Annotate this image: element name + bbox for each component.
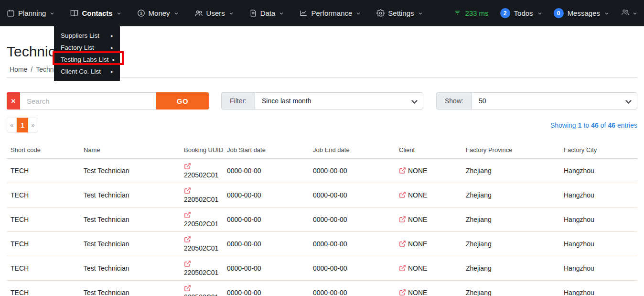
chevron-down-icon	[279, 11, 284, 16]
external-link-icon[interactable]	[184, 187, 217, 195]
cell-job-start-date: 0000-00-00	[223, 232, 309, 256]
menu-item-testing-labs-list[interactable]: Testing Labs List ▸	[54, 54, 120, 66]
latency-indicator: 233 ms	[454, 9, 488, 18]
todos-menu[interactable]: 2 Todos	[500, 8, 542, 18]
cell-factory-city: Hangzhou	[560, 232, 637, 256]
chart-icon	[300, 9, 308, 17]
cell-factory-province: Zhejiang	[462, 183, 560, 208]
pagination-page-1-button[interactable]: 1	[17, 118, 28, 132]
external-link-icon[interactable]	[399, 240, 406, 247]
menu-item-suppliers-list[interactable]: Suppliers List ▸	[54, 30, 120, 42]
cell-factory-city: Hangzhou	[560, 183, 637, 208]
nav-item-data[interactable]: Data	[249, 9, 284, 17]
booking-uuid-text: 220502C01	[184, 269, 219, 276]
nav-item-label: Users	[206, 9, 225, 17]
client-text: NONE	[408, 191, 427, 199]
cell-name: Test Technician	[80, 183, 180, 208]
external-link-icon[interactable]	[399, 191, 406, 198]
entries-text: Showing	[550, 121, 576, 129]
booking-uuid-text: 220502C01	[184, 196, 219, 203]
client-text: NONE	[408, 289, 427, 296]
breadcrumb-home-link[interactable]: Home	[10, 66, 27, 73]
messages-menu[interactable]: 0 Messages	[554, 8, 609, 18]
table-row: TECH Test Technician 220502C01 0000-00-0…	[7, 232, 637, 256]
nav-item-planning[interactable]: Planning	[7, 9, 54, 17]
nav-item-settings[interactable]: Settings	[376, 9, 422, 17]
pagination-next-button[interactable]: »	[28, 118, 38, 132]
pagination-prev-button[interactable]: «	[7, 118, 17, 132]
filter-select[interactable]: Since last month	[255, 92, 423, 110]
top-navbar: Planning Contacts $ Money	[0, 0, 644, 26]
table-row: TECH Test Technician 220502C01 0000-00-0…	[7, 256, 637, 281]
nav-item-performance[interactable]: Performance	[300, 9, 361, 17]
external-link-icon[interactable]	[399, 216, 406, 223]
nav-item-money[interactable]: $ Money	[137, 9, 179, 17]
calendar-icon	[7, 9, 15, 17]
gear-icon	[376, 9, 385, 17]
cell-short-code: TECH	[7, 256, 80, 281]
cell-job-start-date: 0000-00-00	[223, 183, 309, 208]
external-link-icon[interactable]	[184, 211, 217, 219]
external-link-icon[interactable]	[184, 163, 217, 170]
external-link-icon[interactable]	[399, 289, 406, 296]
filter-label: Filter:	[221, 92, 255, 110]
nav-item-label: Planning	[18, 9, 46, 17]
menu-item-label: Suppliers List	[61, 32, 99, 39]
show-group: Show: 50	[436, 92, 637, 110]
clear-search-button[interactable]: ✕	[7, 92, 20, 110]
nav-item-contacts[interactable]: Contacts	[70, 9, 121, 17]
col-header-factory-province: Factory Province	[462, 143, 560, 159]
menu-item-client-co-list[interactable]: Client Co. List ▸	[54, 66, 120, 77]
chevron-down-icon	[537, 11, 542, 16]
table-row: TECH Test Technician 220502C01 0000-00-0…	[7, 281, 637, 296]
page-content: Technicians Home / Technicians Bookings …	[0, 44, 644, 296]
cell-client: NONE	[395, 159, 462, 183]
entries-text: entries	[617, 121, 637, 129]
cell-booking-uuid: 220502C01	[180, 232, 223, 256]
external-link-icon[interactable]	[184, 236, 217, 243]
cell-short-code: TECH	[7, 281, 80, 296]
document-icon	[249, 9, 257, 17]
col-header-job-end-date: Job End date	[309, 143, 395, 159]
search-group: ✕ GO	[7, 92, 209, 110]
cell-factory-city: Hangzhou	[560, 281, 637, 296]
todos-label: Todos	[514, 9, 533, 17]
technicians-table: Short code Name Booking UUID Job Start d…	[7, 143, 637, 296]
entries-to: 46	[591, 121, 599, 129]
search-input[interactable]	[20, 92, 156, 110]
chevron-down-icon	[604, 11, 609, 16]
users-icon	[621, 8, 630, 18]
cell-factory-province: Zhejiang	[462, 232, 560, 256]
external-link-icon[interactable]	[399, 167, 406, 174]
cell-name: Test Technician	[80, 159, 180, 183]
cell-factory-city: Hangzhou	[560, 208, 637, 232]
cell-job-end-date: 0000-00-00	[309, 159, 395, 183]
menu-item-factory-list[interactable]: Factory List ▸	[54, 42, 120, 54]
external-link-icon[interactable]	[184, 260, 217, 268]
cell-booking-uuid: 220502C01	[180, 281, 223, 296]
submenu-arrow-icon: ▸	[111, 69, 113, 74]
menu-item-label: Client Co. List	[61, 68, 101, 75]
account-menu[interactable]	[621, 8, 637, 18]
cell-job-end-date: 0000-00-00	[309, 281, 395, 296]
cell-name: Test Technician	[80, 232, 180, 256]
col-header-booking-uuid: Booking UUID	[180, 143, 223, 159]
external-link-icon[interactable]	[184, 285, 217, 292]
signal-bars-icon	[454, 9, 461, 18]
cell-name: Test Technician	[80, 208, 180, 232]
cell-short-code: TECH	[7, 159, 80, 183]
nav-item-users[interactable]: Users	[194, 9, 234, 17]
cell-factory-city: Hangzhou	[560, 256, 637, 281]
table-row: TECH Test Technician 220502C01 0000-00-0…	[7, 208, 637, 232]
list-meta-row: « 1 » Showing 1 to 46 of 46 entries	[7, 118, 637, 132]
external-link-icon[interactable]	[399, 264, 406, 272]
booking-uuid-text: 220502C01	[184, 171, 219, 179]
messages-label: Messages	[568, 9, 600, 17]
cell-job-start-date: 0000-00-00	[223, 256, 309, 281]
booking-uuid-text: 220502C01	[184, 244, 219, 252]
submenu-arrow-icon: ▸	[111, 33, 113, 38]
show-select[interactable]: 50	[472, 92, 637, 110]
search-go-button[interactable]: GO	[156, 92, 209, 110]
cell-short-code: TECH	[7, 183, 80, 208]
col-header-job-start-date: Job Start date	[223, 143, 309, 159]
